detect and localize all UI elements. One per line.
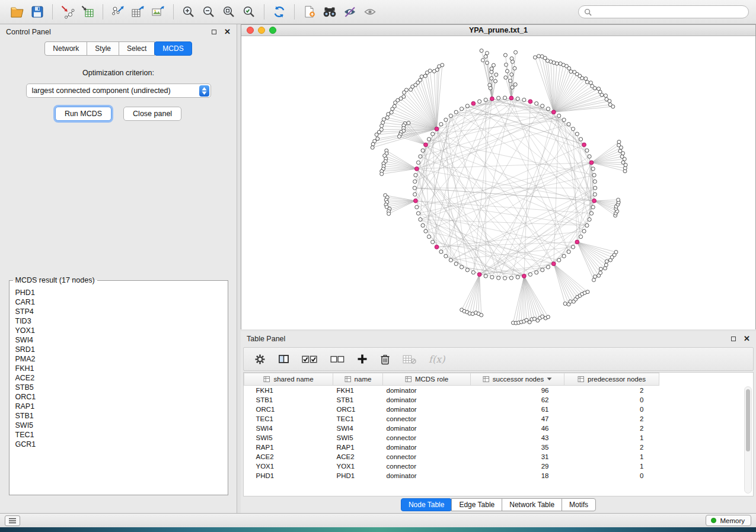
- open-session-button[interactable]: [7, 3, 27, 21]
- table-row[interactable]: PHD1 PHD1 dominator 18 0: [244, 471, 659, 480]
- memory-status-icon: [711, 518, 716, 523]
- import-table-button[interactable]: [78, 3, 98, 21]
- table-row[interactable]: FKH1 FKH1 dominator 96 2: [244, 386, 659, 395]
- close-panel-button[interactable]: Close panel: [123, 107, 181, 121]
- mcds-result-item[interactable]: TEC1: [15, 430, 222, 440]
- tab-network-table[interactable]: Network Table: [502, 498, 562, 511]
- zoom-out-button[interactable]: [199, 3, 219, 21]
- main-area: Control Panel ✕ Network Style Select MCD…: [0, 24, 756, 513]
- float-table-panel-icon[interactable]: [731, 336, 736, 341]
- cell-predecessor-nodes: 1: [564, 452, 659, 462]
- memory-button[interactable]: Memory: [706, 515, 751, 526]
- task-history-button[interactable]: [5, 515, 20, 526]
- table-header-row: shared name name MCDS role successor nod…: [244, 373, 659, 386]
- toolbar-separator: [264, 4, 264, 20]
- export-network-button[interactable]: [108, 3, 128, 21]
- mcds-result-item[interactable]: STB5: [15, 383, 222, 392]
- show-columns-button[interactable]: [278, 354, 289, 364]
- clear-table-button[interactable]: [403, 354, 416, 364]
- tab-node-table[interactable]: Node Table: [401, 498, 452, 511]
- table-row[interactable]: YOX1 YOX1 connector 29 1: [244, 462, 659, 471]
- search-network-button[interactable]: [320, 3, 340, 21]
- mcds-result-item[interactable]: SWI5: [15, 421, 222, 430]
- mcds-result-item[interactable]: TID3: [15, 316, 222, 326]
- optimization-criterion-dropdown[interactable]: largest connected component (undirected): [26, 84, 211, 98]
- table-row[interactable]: STB1 STB1 dominator 62 0: [244, 395, 659, 405]
- search-box[interactable]: [578, 5, 749, 18]
- mcds-result-item[interactable]: PMA2: [15, 354, 222, 364]
- column-shared-name[interactable]: shared name: [244, 373, 333, 386]
- mcds-result-item[interactable]: FKH1: [15, 364, 222, 373]
- mcds-result-item[interactable]: CAR1: [15, 297, 222, 307]
- preview-button[interactable]: [360, 3, 380, 21]
- import-network-button[interactable]: [58, 3, 78, 21]
- table-row[interactable]: ACE2 ACE2 connector 31 1: [244, 452, 659, 462]
- mcds-result-item[interactable]: SWI4: [15, 335, 222, 345]
- tab-mcds[interactable]: MCDS: [154, 41, 192, 56]
- cell-successor-nodes: 18: [471, 471, 564, 480]
- column-name[interactable]: name: [333, 373, 383, 386]
- zoom-fit-button[interactable]: [219, 3, 239, 21]
- zoom-selected-button[interactable]: [239, 3, 259, 21]
- scrollbar-thumb[interactable]: [746, 389, 750, 451]
- network-canvas[interactable]: [241, 36, 755, 329]
- column-mcds-role[interactable]: MCDS role: [383, 373, 471, 386]
- close-table-panel-icon[interactable]: ✕: [744, 336, 750, 342]
- toolbar-separator: [103, 4, 103, 20]
- search-input[interactable]: [595, 8, 743, 16]
- column-grid-icon: [263, 376, 270, 383]
- refresh-icon: [272, 5, 286, 19]
- tab-select[interactable]: Select: [119, 41, 155, 56]
- column-predecessor-nodes[interactable]: predecessor nodes: [564, 373, 659, 386]
- close-window-button[interactable]: [247, 27, 254, 34]
- cell-mcds-role: connector: [383, 462, 471, 471]
- mcds-result-item[interactable]: RAP1: [15, 402, 222, 411]
- tab-network[interactable]: Network: [44, 41, 87, 56]
- export-table-button[interactable]: [128, 3, 148, 21]
- cell-mcds-role: dominator: [383, 395, 471, 405]
- cell-predecessor-nodes: 1: [564, 462, 659, 471]
- deselect-all-button[interactable]: [330, 355, 344, 363]
- open-in-browser-button[interactable]: [299, 3, 320, 21]
- column-label: predecessor nodes: [588, 376, 646, 383]
- mcds-result-item[interactable]: STB1: [15, 411, 222, 421]
- cell-predecessor-nodes: 1: [564, 433, 659, 443]
- table-row[interactable]: ORC1 ORC1 dominator 61 0: [244, 405, 659, 414]
- table-row[interactable]: SWI4 SWI4 dominator 46 2: [244, 424, 659, 433]
- mcds-result-item[interactable]: SRD1: [15, 345, 222, 354]
- delete-row-button[interactable]: [380, 354, 390, 365]
- table-row[interactable]: TEC1 TEC1 connector 47 2: [244, 414, 659, 424]
- tab-edge-table[interactable]: Edge Table: [451, 498, 502, 511]
- maximize-window-button[interactable]: [269, 27, 276, 34]
- table-settings-button[interactable]: [254, 354, 266, 365]
- column-successor-nodes[interactable]: successor nodes: [471, 373, 564, 386]
- select-all-button[interactable]: [302, 355, 318, 364]
- cell-successor-nodes: 46: [471, 424, 564, 433]
- function-builder-button[interactable]: f(x): [429, 354, 445, 365]
- close-panel-icon[interactable]: ✕: [224, 29, 231, 35]
- column-label: successor nodes: [493, 376, 544, 383]
- table-row[interactable]: RAP1 RAP1 dominator 35 2: [244, 443, 659, 452]
- save-session-button[interactable]: [27, 3, 47, 21]
- mcds-panel-body: Optimization criterion: largest connecte…: [0, 58, 237, 513]
- memory-label: Memory: [720, 517, 745, 524]
- add-row-button[interactable]: [357, 354, 368, 364]
- mcds-result-item[interactable]: ACE2: [15, 373, 222, 383]
- tab-style[interactable]: Style: [87, 41, 119, 56]
- table-scrollbar[interactable]: [744, 386, 752, 493]
- minimize-window-button[interactable]: [258, 27, 265, 34]
- tab-motifs[interactable]: Motifs: [562, 498, 596, 511]
- zoom-in-button[interactable]: [178, 3, 199, 21]
- run-mcds-button[interactable]: Run MCDS: [55, 107, 111, 121]
- mcds-result-item[interactable]: ORC1: [15, 392, 222, 402]
- export-image-button[interactable]: [148, 3, 168, 21]
- mcds-result-item[interactable]: YOX1: [15, 326, 222, 335]
- refresh-button[interactable]: [269, 3, 289, 21]
- cell-successor-nodes: 47: [471, 414, 564, 424]
- table-row[interactable]: SWI5 SWI5 connector 43 1: [244, 433, 659, 443]
- mcds-result-item[interactable]: PHD1: [15, 288, 222, 297]
- mcds-result-item[interactable]: STP4: [15, 307, 222, 316]
- show-graphics-details-button[interactable]: [340, 3, 360, 21]
- mcds-result-item[interactable]: GCR1: [15, 440, 222, 449]
- float-panel-icon[interactable]: [212, 30, 216, 34]
